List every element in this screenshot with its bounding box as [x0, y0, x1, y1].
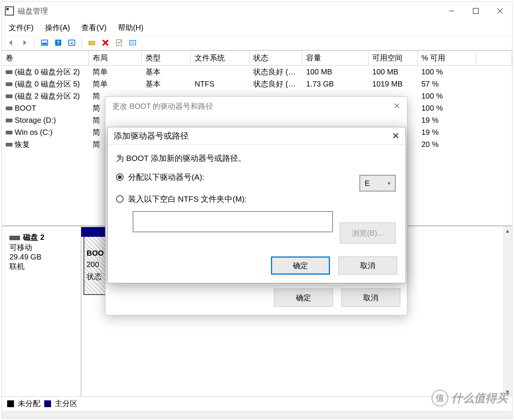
table-header: 卷 布局 类型 文件系统 状态 容量 可用空间 % 可用: [2, 51, 512, 66]
disk-name: 磁盘 2: [23, 233, 45, 241]
watermark: 值 什么值得买: [432, 390, 508, 406]
drive-letter-select[interactable]: E ▾: [359, 175, 396, 191]
settings-button[interactable]: [87, 37, 97, 48]
partition-status: 状态: [87, 272, 102, 282]
legend-unallocated-swatch: [7, 400, 14, 407]
horizontal-scrollbar[interactable]: [2, 411, 512, 418]
legend-primary-swatch: [44, 400, 51, 407]
volume-icon: [6, 107, 12, 110]
col-status[interactable]: 状态: [249, 51, 302, 66]
radio-mount-folder[interactable]: [116, 195, 124, 203]
col-free[interactable]: 可用空间: [368, 51, 418, 66]
svg-rect-5: [42, 43, 47, 45]
col-capacity[interactable]: 容量: [302, 51, 368, 66]
front-dialog-close-icon[interactable]: ✕: [392, 131, 399, 141]
forward-button[interactable]: [19, 37, 30, 48]
table-row[interactable]: (磁盘 0 磁盘分区 2)简单基本状态良好 (…100 MB100 MB100 …: [2, 66, 512, 78]
menu-view[interactable]: 查看(V): [81, 23, 107, 33]
volume-icon: [6, 143, 12, 147]
menubar: 文件(F) 操作(A) 查看(V) 帮助(H): [2, 20, 512, 35]
scroll-up-icon[interactable]: ▲: [505, 228, 510, 234]
parent-dialog-title: 更改 BOOT 的驱动器号和路径: [112, 101, 213, 111]
dialog-instruction: 为 BOOT 添加新的驱动器号或路径。: [116, 153, 397, 164]
watermark-text: 什么值得买: [451, 391, 508, 406]
partition-name: BOO: [87, 249, 104, 258]
radio-assign-letter[interactable]: [116, 173, 124, 181]
disk-icon: [9, 236, 20, 240]
disk-removable: 可移动: [9, 242, 73, 253]
radio-mount-label: 装入以下空白 NTFS 文件夹中(M):: [128, 194, 247, 204]
col-type[interactable]: 类型: [142, 51, 191, 66]
table-row[interactable]: (磁盘 0 磁盘分区 5)简单基本NTFS状态良好 (…1.73 GB1019 …: [2, 78, 512, 90]
delete-button[interactable]: [100, 37, 111, 48]
minimize-button[interactable]: [440, 2, 464, 20]
volume-icon: [6, 131, 12, 134]
titlebar: 磁盘管理: [2, 2, 512, 20]
show-hide-tree-button[interactable]: [39, 37, 50, 48]
col-layout[interactable]: 布局: [89, 51, 142, 66]
toolbar: ?: [2, 35, 512, 50]
volume-icon: [6, 82, 12, 86]
col-filesystem[interactable]: 文件系统: [191, 51, 249, 66]
properties-button[interactable]: [114, 37, 124, 48]
menu-file[interactable]: 文件(F): [9, 23, 34, 33]
legend-unallocated-label: 未分配: [18, 398, 40, 409]
browse-button: 浏览(B)...: [340, 222, 396, 244]
close-button[interactable]: [488, 2, 512, 20]
help-button[interactable]: ?: [53, 37, 63, 48]
vertical-scrollbar[interactable]: ▲ ▼: [503, 226, 512, 396]
menu-help[interactable]: 帮助(H): [118, 23, 144, 33]
watermark-icon: 值: [432, 390, 448, 406]
menu-action[interactable]: 操作(A): [45, 23, 70, 33]
back-button[interactable]: [6, 37, 16, 48]
drive-letter-value: E: [365, 179, 370, 188]
volume-icon: [6, 119, 12, 122]
col-volume[interactable]: 卷: [2, 51, 89, 66]
disk-online: 联机: [9, 261, 73, 272]
svg-rect-1: [473, 8, 478, 14]
cancel-button[interactable]: 取消: [338, 256, 397, 275]
maximize-button[interactable]: [464, 2, 488, 20]
ok-button[interactable]: 确定: [271, 256, 330, 275]
svg-rect-11: [130, 40, 136, 45]
parent-cancel-button[interactable]: 取消: [341, 289, 400, 307]
svg-text:?: ?: [57, 40, 60, 46]
radio-assign-label: 分配以下驱动器号(A):: [128, 172, 204, 182]
volume-icon: [6, 70, 12, 74]
refresh-button[interactable]: [67, 37, 77, 48]
mount-path-input[interactable]: [133, 211, 333, 232]
chevron-down-icon: ▾: [388, 180, 390, 186]
legend-primary-label: 主分区: [55, 398, 77, 409]
app-icon: [5, 6, 14, 15]
partition-size: 200: [87, 260, 99, 269]
volume-icon: [6, 94, 12, 98]
disk-size: 29.49 GB: [9, 253, 73, 261]
list-button[interactable]: [127, 37, 138, 48]
svg-rect-9: [89, 41, 95, 45]
front-dialog-title: 添加驱动器号或路径: [114, 130, 189, 142]
disk-info: 磁盘 2 可移动 29.49 GB 联机: [2, 226, 81, 396]
add-drive-letter-dialog: 添加驱动器号或路径 ✕ 为 BOOT 添加新的驱动器号或路径。 分配以下驱动器号…: [107, 127, 406, 283]
window-title: 磁盘管理: [18, 6, 48, 16]
col-pct[interactable]: % 可用: [418, 51, 476, 66]
partition-boot[interactable]: BOO 200 状态: [84, 231, 106, 295]
parent-ok-button[interactable]: 确定: [274, 289, 333, 307]
parent-dialog-close-icon[interactable]: ✕: [393, 101, 400, 111]
